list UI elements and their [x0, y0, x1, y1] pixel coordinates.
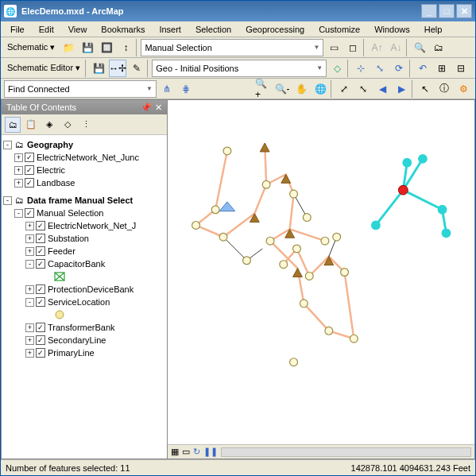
expand-toggle[interactable]: +	[25, 285, 34, 294]
tree-row[interactable]: +✓ProtectionDeviceBank	[3, 283, 165, 296]
tree-row[interactable]: +✓Electric	[3, 164, 165, 176]
options-icon[interactable]: ⚙	[455, 80, 472, 98]
expand-toggle[interactable]: +	[25, 234, 34, 243]
font-decrease-icon[interactable]: A↓	[387, 39, 404, 56]
layout-view-icon[interactable]: ▭	[182, 447, 190, 457]
map-hscrollbar[interactable]	[221, 447, 471, 457]
visibility-checkbox[interactable]: ✓	[25, 153, 34, 162]
refresh-icon[interactable]: ↻	[193, 447, 200, 457]
search-icon[interactable]: 🔍	[411, 39, 428, 56]
expand-toggle[interactable]: -	[14, 209, 23, 218]
next-extent-icon[interactable]: ▶	[393, 80, 410, 98]
save-edits-icon[interactable]: 💾	[90, 60, 107, 77]
zoom-in-icon[interactable]: 🔍+	[254, 80, 272, 98]
tree-row[interactable]: +✓Landbase	[3, 176, 165, 189]
tree-row[interactable]: -🗂Geography	[3, 138, 165, 151]
map-view[interactable]: ▦ ▭ ↻ ❚❚	[168, 99, 475, 459]
identify-icon[interactable]: ⓘ	[435, 80, 453, 98]
expand-toggle[interactable]: +	[25, 349, 34, 358]
zoom-out-icon[interactable]: 🔍-	[273, 80, 291, 98]
full-extent-icon[interactable]: 🌐	[312, 80, 329, 98]
move-tool-icon[interactable]: ↔︎✢	[109, 60, 126, 77]
find-connected-dropdown[interactable]: Find Connected	[4, 80, 157, 98]
menu-bookmarks[interactable]: Bookmarks	[95, 23, 151, 36]
visibility-checkbox[interactable]: ✓	[36, 234, 45, 243]
group-icon[interactable]: ⊞	[433, 60, 451, 77]
visibility-checkbox[interactable]: ✓	[25, 165, 34, 175]
minimize-button[interactable]: _	[421, 4, 437, 18]
rotate-icon[interactable]: ⟳	[390, 60, 408, 77]
visibility-checkbox[interactable]: ✓	[36, 348, 45, 358]
expand-toggle[interactable]: -	[3, 196, 12, 205]
menu-geoprocessing[interactable]: Geoprocessing	[239, 23, 311, 36]
map-canvas[interactable]	[168, 100, 474, 444]
fixed-zoom-out-icon[interactable]: ⤡	[354, 80, 372, 98]
visibility-checkbox[interactable]: ✓	[36, 259, 45, 269]
toc-pin-icon[interactable]: 📌	[141, 103, 152, 113]
trace-result-icon[interactable]: ⋕	[177, 80, 195, 98]
save-diagram-icon[interactable]: 💾	[79, 39, 96, 56]
maximize-button[interactable]: □	[439, 4, 455, 18]
menu-edit[interactable]: Edit	[33, 23, 60, 36]
expand-toggle[interactable]: +	[25, 323, 34, 332]
tree-row[interactable]: +✓PrimaryLine	[3, 346, 165, 359]
select-by-rect-icon[interactable]: ▭	[325, 39, 342, 56]
expand-toggle[interactable]: +	[14, 166, 23, 175]
apply-layout-icon[interactable]: ◇	[328, 60, 346, 77]
expand-toggle[interactable]: +	[14, 153, 23, 162]
expand-toggle[interactable]: +	[25, 336, 34, 345]
tree-row[interactable]: +✓SecondaryLine	[3, 334, 165, 346]
ungroup-icon[interactable]: ⊟	[452, 60, 470, 77]
expand-toggle[interactable]: +	[14, 179, 23, 188]
list-by-selection-icon[interactable]: ◇	[60, 117, 75, 133]
tree-row[interactable]: -✓Manual Selection	[3, 207, 165, 219]
options-icon[interactable]: ⋮	[78, 117, 94, 133]
select-features-icon[interactable]: ↖	[416, 80, 434, 98]
font-increase-icon[interactable]: A↑	[368, 39, 385, 56]
layers-icon[interactable]: 🗂	[430, 39, 447, 56]
menu-help[interactable]: Help	[418, 23, 449, 36]
update-diagram-icon[interactable]: 🔲	[98, 39, 115, 56]
undo-icon[interactable]: ↶	[414, 60, 431, 77]
list-by-source-icon[interactable]: 📋	[23, 117, 39, 133]
expand-toggle[interactable]: -	[25, 298, 34, 307]
expand-toggle[interactable]: +	[25, 222, 34, 230]
visibility-checkbox[interactable]: ✓	[36, 335, 45, 345]
fixed-zoom-in-icon[interactable]: ⤢	[335, 80, 353, 98]
list-by-drawing-icon[interactable]: 🗂	[5, 117, 21, 133]
edit-tool-icon[interactable]: ✎	[128, 60, 145, 77]
schematic-editor-menu[interactable]: Schematic Editor ▾	[4, 63, 83, 73]
tree-row[interactable]: +✓ElectricNetwork_Net_Junc	[3, 151, 165, 164]
visibility-checkbox[interactable]: ✓	[25, 178, 34, 188]
menu-file[interactable]: File	[4, 23, 31, 36]
pan-icon[interactable]: ✋	[292, 80, 310, 98]
expand-toggle[interactable]: -	[25, 260, 34, 269]
schematic-menu[interactable]: Schematic ▾	[4, 42, 58, 52]
menu-customize[interactable]: Customize	[312, 23, 366, 36]
visibility-checkbox[interactable]: ✓	[36, 221, 45, 230]
toc-close-icon[interactable]: ✕	[155, 103, 162, 113]
visibility-checkbox[interactable]: ✓	[36, 297, 45, 307]
tree-row[interactable]: +✓TransformerBank	[3, 321, 165, 334]
expand-toggle[interactable]: +	[25, 247, 34, 256]
expand-toggle[interactable]: -	[3, 141, 12, 149]
flip-icon[interactable]: ⤡	[371, 60, 389, 77]
layer-tree[interactable]: -🗂Geography+✓ElectricNetwork_Net_Junc+✓E…	[2, 135, 167, 459]
prev-extent-icon[interactable]: ◀	[373, 80, 391, 98]
selection-mode-dropdown[interactable]: Manual Selection	[141, 39, 323, 56]
menu-view[interactable]: View	[62, 23, 94, 36]
tree-row[interactable]: +✓Feeder	[3, 245, 165, 257]
align-nodes-icon[interactable]: ⊹	[352, 60, 370, 77]
tree-row[interactable]: +✓Substation	[3, 232, 165, 245]
menu-windows[interactable]: Windows	[368, 23, 416, 36]
visibility-checkbox[interactable]: ✓	[36, 246, 45, 256]
propagate-icon[interactable]: ↕	[117, 39, 134, 56]
tree-row[interactable]: -✓ServiceLocation	[3, 296, 165, 308]
tree-row[interactable]: +✓ElectricNetwork_Net_J	[3, 219, 165, 232]
pause-draw-icon[interactable]: ❚❚	[203, 447, 218, 457]
clear-selection-icon[interactable]: ◻	[344, 39, 362, 56]
layout-dropdown[interactable]: Geo - Initial Positions	[152, 60, 327, 77]
tree-row[interactable]: -🗂Data frame Manual Select	[3, 194, 165, 207]
menu-selection[interactable]: Selection	[189, 23, 238, 36]
close-button[interactable]: ✕	[456, 4, 472, 18]
